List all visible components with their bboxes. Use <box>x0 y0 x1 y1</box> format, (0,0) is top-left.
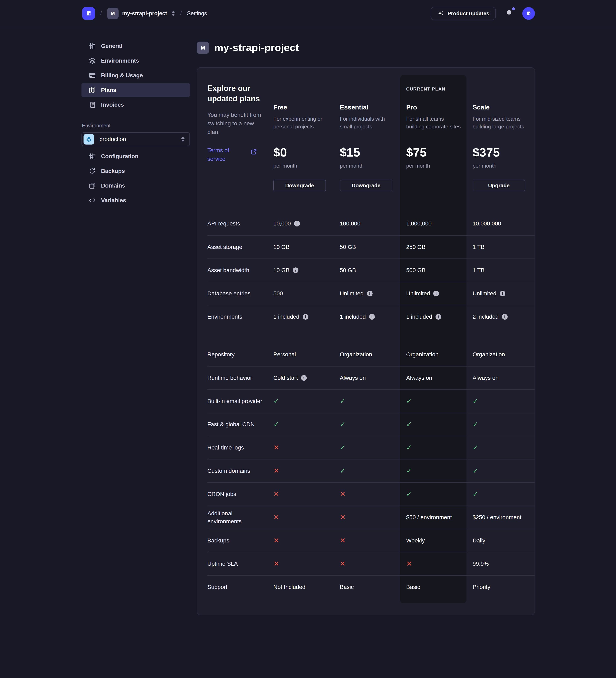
cross-icon: ✕ <box>273 489 279 499</box>
plan-per-month: per month <box>406 163 462 169</box>
cross-icon: ✕ <box>273 559 279 569</box>
row-value-cell: Unlimitedi <box>466 290 533 297</box>
row-value-cell: ✕ <box>267 489 334 499</box>
sidebar-item-general[interactable]: General <box>81 39 190 53</box>
info-icon[interactable]: i <box>436 314 441 319</box>
map-icon <box>89 87 96 93</box>
row-value-cell: Basic <box>400 583 466 591</box>
sidebar-item-plans[interactable]: Plans <box>81 83 190 97</box>
value-text: 250 GB <box>406 243 425 251</box>
check-icon: ✓ <box>340 397 346 406</box>
plans-comparison-table: API requests10,000i100,0001,000,00010,00… <box>207 212 535 599</box>
info-icon[interactable]: i <box>502 314 508 319</box>
main-content: M my-strapi-project Explore our updated … <box>197 0 535 615</box>
value-text: Basic <box>406 583 420 591</box>
info-icon[interactable]: i <box>367 291 373 296</box>
row-value-cell: ✕ <box>334 513 400 522</box>
downgrade-button-essential[interactable]: Downgrade <box>340 180 392 191</box>
plan-price: $15 <box>340 145 395 159</box>
plan-description: For small teams building corporate sites <box>406 115 462 139</box>
check-icon: ✓ <box>273 420 279 429</box>
project-switcher[interactable]: M my-strapi-project <box>107 8 175 19</box>
value-text: 1 included <box>406 313 432 321</box>
row-value-cell: ✓ <box>400 420 466 429</box>
plans-intro: Explore our updated plans You may benefi… <box>207 68 267 212</box>
sidebar-item-label: Environments <box>101 58 139 64</box>
sidebar-item-domains[interactable]: Domains <box>81 179 190 193</box>
plan-name: Essential <box>340 104 395 111</box>
stack-icon <box>89 182 96 189</box>
sidebar-item-invoices[interactable]: Invoices <box>81 98 190 112</box>
row-value-cell: ✕ <box>267 443 334 452</box>
sliders-icon <box>89 153 96 160</box>
plans-header: Explore our updated plans You may benefi… <box>207 68 535 212</box>
info-icon[interactable]: i <box>303 314 309 319</box>
row-value-cell: Priority <box>466 583 533 591</box>
cross-icon: ✕ <box>273 513 279 522</box>
info-icon[interactable]: i <box>293 267 298 273</box>
strapi-logo-icon[interactable] <box>82 7 95 20</box>
info-icon[interactable]: i <box>433 291 439 296</box>
cross-icon: ✕ <box>340 536 346 545</box>
row-label: Environments <box>207 313 267 321</box>
check-icon: ✓ <box>340 420 346 429</box>
row-value-cell: Organization <box>466 351 533 359</box>
refresh-icon <box>89 167 96 175</box>
row-value-cell: ✓ <box>466 397 533 406</box>
value-text: Daily <box>473 537 485 544</box>
value-text: Always on <box>473 374 499 382</box>
sidebar-item-variables[interactable]: Variables <box>81 193 190 207</box>
row-value-cell: 500 GB <box>400 266 466 274</box>
row-label: Backups <box>207 536 267 544</box>
row-value-cell: 99.9% <box>466 560 533 568</box>
downgrade-button-free[interactable]: Downgrade <box>273 180 326 191</box>
row-value-cell: ✕ <box>267 536 334 545</box>
value-text: 1 included <box>273 313 299 321</box>
row-label: Database entries <box>207 290 267 297</box>
value-text: 1,000,000 <box>406 220 432 227</box>
row-value-cell: 1 TB <box>466 243 533 251</box>
sidebar-item-label: Invoices <box>101 102 124 108</box>
table-row-repository: RepositoryPersonalOrganizationOrganizati… <box>207 343 535 366</box>
row-value-cell: 10,000i <box>267 220 334 227</box>
row-value-cell: ✓ <box>466 420 533 429</box>
sidebar-environment-nav: ConfigurationBackupsDomainsVariables <box>81 149 190 207</box>
terms-row: Terms of service <box>207 146 261 163</box>
row-value-cell: ✓ <box>334 397 400 406</box>
sidebar-item-environments[interactable]: Environments <box>81 54 190 68</box>
row-value-cell: Personal <box>267 351 334 359</box>
row-label: Asset storage <box>207 243 267 251</box>
row-value-cell: 2 includedi <box>466 313 533 321</box>
sidebar-item-label: Domains <box>101 182 125 189</box>
cross-icon: ✕ <box>340 559 346 569</box>
terms-of-service-link[interactable]: Terms of service <box>207 146 237 163</box>
sidebar-item-backups[interactable]: Backups <box>81 164 190 178</box>
value-text: 100,000 <box>340 220 360 227</box>
row-value-cell: Weekly <box>400 537 466 544</box>
page-title: M my-strapi-project <box>197 42 535 54</box>
plan-price: $375 <box>473 145 528 159</box>
info-icon[interactable]: i <box>294 221 300 226</box>
environment-select-value: production <box>99 136 180 143</box>
value-text: 10 GB <box>273 266 289 274</box>
value-text: 500 GB <box>406 266 425 274</box>
row-value-cell: ✓ <box>267 420 334 429</box>
sidebar-item-billing-usage[interactable]: Billing & Usage <box>81 69 190 82</box>
info-icon[interactable]: i <box>301 375 307 381</box>
plan-column-essential: EssentialFor individuals with small proj… <box>334 68 400 212</box>
check-icon: ✓ <box>406 489 412 499</box>
cross-icon: ✕ <box>273 466 279 476</box>
row-label: Built-in email provider <box>207 397 267 405</box>
environment-select[interactable]: production <box>81 132 190 146</box>
sidebar-item-configuration[interactable]: Configuration <box>81 149 190 163</box>
upgrade-button-scale[interactable]: Upgrade <box>473 180 525 191</box>
row-label: Fast & global CDN <box>207 420 267 428</box>
info-icon[interactable]: i <box>369 314 375 319</box>
row-label: CRON jobs <box>207 490 267 498</box>
check-icon: ✓ <box>473 397 479 406</box>
info-icon[interactable]: i <box>500 291 505 296</box>
table-row-api-requests: API requests10,000i100,0001,000,00010,00… <box>207 212 535 235</box>
value-text: 10 GB <box>273 243 289 251</box>
row-value-cell: ✓ <box>466 443 533 452</box>
project-title: my-strapi-project <box>214 42 299 53</box>
